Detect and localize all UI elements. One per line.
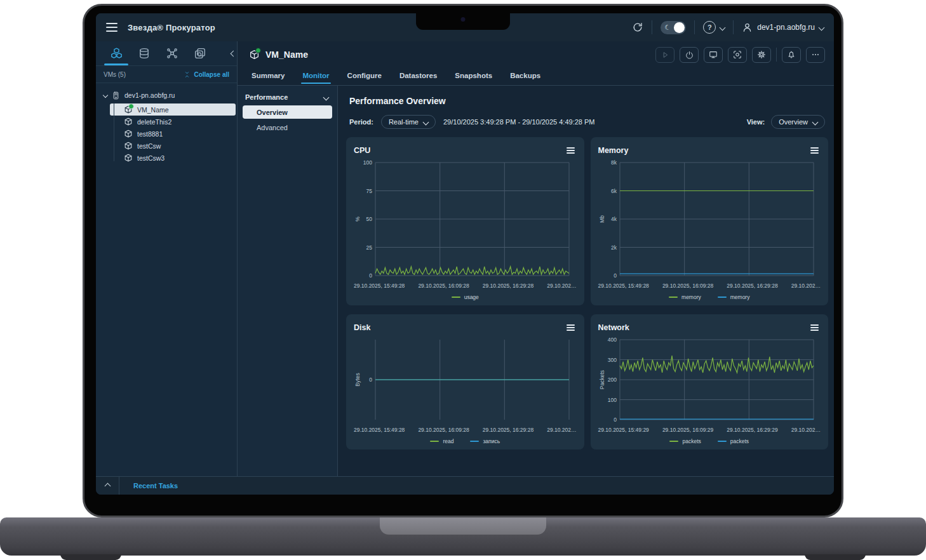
x-axis-labels: 29.10.2025, 15:49:2829.10.2025, 16:09:28…: [354, 283, 577, 289]
user-menu[interactable]: dev1-pn.aobfg.ru: [742, 22, 824, 33]
view-label: View:: [747, 118, 765, 126]
chevron-down-icon: [819, 24, 825, 30]
laptop-foot: [60, 554, 121, 560]
period-label: Period:: [349, 118, 373, 126]
tree-item-vm[interactable]: test8881: [96, 128, 237, 140]
page-title: Performance Overview: [349, 96, 828, 106]
tab-datastores[interactable]: Datastores: [391, 68, 446, 83]
subnav-section-performance[interactable]: Performance: [238, 91, 337, 103]
gear-icon: [757, 50, 766, 59]
sidebar-icon-tabs: [96, 41, 237, 66]
collapse-all-button[interactable]: Collapse all: [184, 71, 229, 78]
snapshot-icon: [194, 48, 206, 59]
help-menu[interactable]: ?: [703, 21, 725, 34]
play-icon: [661, 51, 669, 59]
collapse-all-icon: [184, 71, 191, 78]
theme-toggle[interactable]: ☾: [661, 21, 686, 34]
screenshot-button[interactable]: [728, 47, 747, 63]
legend-swatch: [452, 297, 460, 298]
vm-header: VM_Name: [238, 41, 834, 68]
sidebar-collapse-button[interactable]: [229, 46, 238, 60]
sidebar-tab-vms[interactable]: [102, 43, 130, 64]
svg-text:100: 100: [607, 397, 616, 403]
view-select[interactable]: Overview: [771, 115, 825, 129]
tab-backups[interactable]: Backups: [501, 68, 549, 83]
notifications-button[interactable]: [782, 47, 801, 63]
card-menu-icon[interactable]: [565, 145, 577, 156]
sidebar-tab-snapshots[interactable]: [186, 43, 214, 64]
recent-tasks-label[interactable]: Recent Tasks: [133, 482, 178, 490]
x-tick-label: 29.10.2025, 16:29:28: [483, 283, 533, 289]
power-button[interactable]: [680, 47, 699, 63]
tree-item-vm[interactable]: deleteThis2: [96, 116, 237, 128]
svg-text:0: 0: [614, 417, 617, 423]
svg-text:400: 400: [607, 337, 616, 343]
x-tick-label: 29.10.2025, 16:09:28: [418, 283, 469, 289]
x-tick-label: 29.10.202…: [791, 427, 821, 433]
period-range: 29/10/2025 3:49:28 PM - 29/10/2025 4:49:…: [443, 118, 595, 126]
tree-item-vm[interactable]: testCsw3: [96, 152, 237, 164]
svg-text:200: 200: [607, 377, 616, 383]
legend-swatch: [470, 441, 479, 442]
play-button[interactable]: [655, 47, 674, 63]
refresh-icon[interactable]: [632, 22, 643, 33]
display-icon: [709, 50, 718, 59]
x-tick-label: 29.10.202…: [791, 283, 821, 289]
tasks-expand-button[interactable]: [96, 477, 119, 495]
host-icon: [112, 91, 120, 100]
sidebar-tab-datastores[interactable]: [130, 43, 158, 64]
menu-icon[interactable]: [106, 23, 117, 32]
tree-item-vm[interactable]: VM_Name: [110, 103, 236, 116]
laptop-notch: [416, 11, 510, 30]
bell-icon: [787, 50, 796, 59]
subnav-item-overview[interactable]: Overview: [243, 105, 332, 119]
chevron-down-icon: [720, 24, 726, 30]
help-icon: ?: [703, 21, 716, 34]
chart-legend: memorymemory: [598, 294, 821, 300]
sidebar-tab-networks[interactable]: [158, 43, 186, 64]
legend-item: packets: [718, 438, 749, 444]
legend-item: запись: [470, 438, 500, 444]
chart-card-memory: Memory 02k4k6k8kMb 29.10.2025, 15:49:282…: [591, 137, 829, 305]
x-tick-label: 29.10.2025, 16:09:28: [662, 283, 713, 289]
chart-card-network: Network 0100200300400Packets 29.10.2025,…: [591, 314, 829, 450]
laptop-base: [0, 517, 926, 556]
legend-swatch: [430, 441, 439, 442]
running-badge: [128, 103, 134, 109]
x-tick-label: 29.10.202…: [547, 427, 576, 433]
tree-root-host[interactable]: dev1-pn.aobfg.ru: [96, 88, 237, 102]
vm-cube-icon: [124, 117, 133, 126]
chevron-left-icon: [230, 50, 236, 57]
tab-monitor[interactable]: Monitor: [293, 68, 338, 83]
svg-text:Mb: Mb: [599, 215, 605, 223]
x-axis-labels: 29.10.2025, 15:49:2929.10.2025, 16:09:29…: [598, 427, 821, 433]
tree-root-label: dev1-pn.aobfg.ru: [124, 91, 175, 99]
chevron-down-icon: [103, 93, 108, 98]
more-actions-button[interactable]: [806, 47, 825, 63]
tree-item-vm[interactable]: testCsw: [96, 140, 237, 152]
card-menu-icon[interactable]: [809, 145, 821, 156]
toggle-knob: [674, 22, 685, 33]
card-menu-icon[interactable]: [565, 323, 577, 333]
subnav-item-advanced[interactable]: Advanced: [243, 121, 332, 134]
settings-button[interactable]: [752, 47, 771, 63]
x-tick-label: 29.10.2025, 16:09:28: [418, 427, 469, 433]
card-menu-icon[interactable]: [809, 323, 821, 333]
x-tick-label: 29.10.2025, 15:49:28: [354, 427, 405, 433]
legend-item: memory: [669, 294, 701, 300]
chevron-down-icon: [423, 119, 429, 125]
legend-item: read: [430, 438, 453, 444]
period-select[interactable]: Real-time: [381, 115, 436, 129]
tab-snapshots[interactable]: Snapshots: [446, 68, 501, 83]
app-title: Звезда® Прокуратор: [128, 23, 215, 32]
vm-title: VM_Name: [265, 50, 308, 60]
screen: Звезда® Прокуратор ☾ ?: [96, 13, 834, 495]
charts-grid: CPU 0255075100% 29.10.2025, 15:49:2829.1…: [346, 137, 828, 450]
tree-guide-line: [114, 103, 114, 161]
x-axis-labels: 29.10.2025, 15:49:2829.10.2025, 16:09:28…: [598, 283, 821, 289]
x-tick-label: 29.10.2025, 16:29:29: [727, 427, 777, 433]
tab-configure[interactable]: Configure: [339, 68, 391, 83]
console-button[interactable]: [704, 47, 723, 63]
tab-summary[interactable]: Summary: [243, 68, 293, 83]
memory-chart: 02k4k6k8kMb: [598, 159, 817, 279]
